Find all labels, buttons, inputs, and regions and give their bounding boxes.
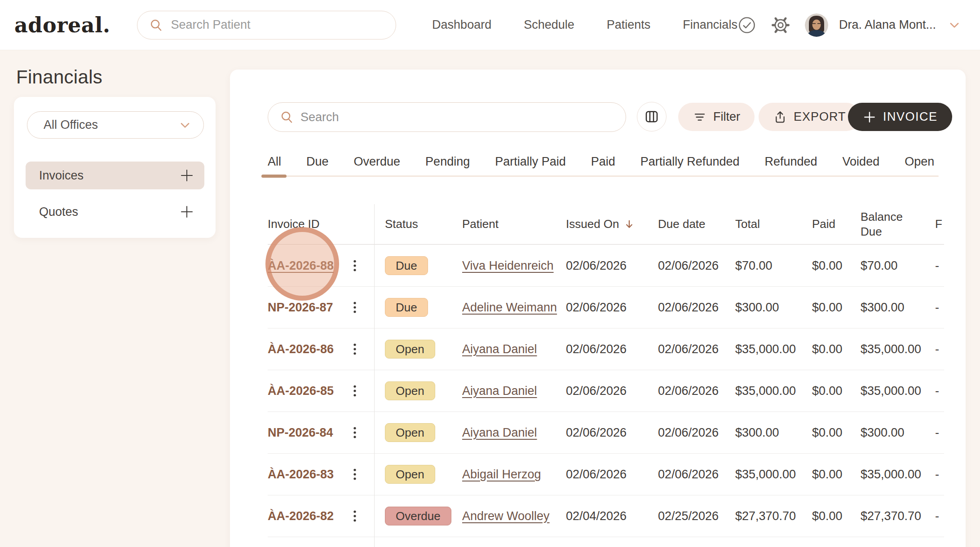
chevron-down-icon[interactable] [948, 18, 961, 32]
status-badge: Due [385, 298, 428, 317]
sort-desc-icon[interactable] [624, 219, 635, 230]
tab-open[interactable]: Open [905, 154, 934, 169]
tab-all[interactable]: All [268, 154, 281, 169]
sidebar-item-invoices[interactable]: Invoices [26, 162, 204, 189]
total-cell: $35,000.00 [735, 342, 812, 356]
kebab-icon [349, 467, 361, 482]
patient-link[interactable]: Viva Heidenreich [462, 259, 554, 272]
nav-item-financials[interactable]: Financials [683, 18, 737, 32]
total-cell: $300.00 [735, 301, 812, 315]
balance-due-cell: $70.00 [861, 259, 935, 273]
filter-icon [693, 110, 707, 124]
top-bar: adoreal. DashboardSchedulePatientsFinanc… [0, 0, 980, 50]
patient-link[interactable]: Aiyana Daniel [462, 426, 537, 439]
add-quote-button[interactable] [179, 204, 194, 219]
tab-partially-refunded[interactable]: Partially Refunded [640, 154, 740, 169]
patient-link[interactable]: Abigail Herzog [462, 468, 541, 481]
page-title: Financials [16, 66, 102, 88]
issued-on-cell: 02/06/2026 [566, 301, 658, 315]
col-header-balance-due[interactable]: Balance Due [861, 210, 935, 239]
table-row[interactable]: ÀA-2026-88 Due Viva Heidenreich 02/06/20… [268, 245, 944, 287]
table-row[interactable]: ÀA-2026-86 Open Aiyana Daniel 02/06/2026… [268, 328, 944, 370]
new-invoice-button[interactable]: INVOICE [848, 103, 952, 131]
invoice-id-link[interactable]: ÀA-2026-83 [268, 468, 334, 481]
tab-refunded[interactable]: Refunded [764, 154, 817, 169]
table-row[interactable]: ÀA-2026-85 Open Aiyana Daniel 02/06/2026… [268, 370, 944, 412]
col-header-issued-on-label: Issued On [566, 217, 619, 231]
col-header-patient[interactable]: Patient [462, 217, 566, 231]
office-select[interactable]: All Offices [27, 111, 204, 139]
row-menu-button[interactable] [346, 258, 364, 273]
columns-icon [644, 109, 660, 125]
row-menu-button[interactable] [346, 383, 364, 398]
col-header-invoice-id[interactable]: Invoice ID [268, 217, 346, 231]
settings-button[interactable] [771, 15, 790, 35]
col-header-due-date[interactable]: Due date [658, 217, 735, 231]
table-row[interactable]: NP-2026-84 Open Aiyana Daniel 02/06/2026… [268, 412, 944, 454]
columns-toggle-button[interactable] [637, 102, 667, 131]
row-menu-button[interactable] [346, 425, 364, 440]
status-badge: Open [385, 423, 435, 442]
invoice-id-link[interactable]: ÀA-2026-86 [268, 342, 334, 356]
row-menu-button[interactable] [346, 341, 364, 357]
table-row[interactable]: ÀA-2026-82 Overdue Andrew Woolley 02/04/… [268, 495, 944, 537]
issued-on-cell: 02/06/2026 [566, 384, 658, 398]
export-button[interactable]: EXPORT [759, 103, 861, 131]
nav-item-dashboard[interactable]: Dashboard [432, 18, 491, 32]
tab-due[interactable]: Due [306, 154, 329, 169]
tab-voided[interactable]: Voided [843, 154, 880, 169]
row-menu-button[interactable] [346, 300, 364, 315]
invoice-id-link[interactable]: ÀA-2026-82 [268, 509, 334, 523]
clipped-cell: - [935, 384, 944, 398]
invoice-id-link[interactable]: NP-2026-87 [268, 301, 333, 314]
status-badge: Overdue [385, 507, 451, 525]
invoice-id-link[interactable]: NP-2026-84 [268, 426, 333, 439]
tasks-check-button[interactable] [737, 16, 756, 35]
due-date-cell: 02/06/2026 [658, 301, 735, 315]
nav-item-patients[interactable]: Patients [607, 18, 651, 32]
add-invoice-button[interactable] [179, 168, 194, 183]
patient-search-box[interactable] [137, 11, 396, 39]
kebab-icon [349, 383, 361, 398]
tab-overdue[interactable]: Overdue [354, 154, 401, 169]
due-date-cell: 02/06/2026 [658, 259, 735, 273]
logo[interactable]: adoreal. [14, 13, 110, 37]
balance-due-cell: $35,000.00 [861, 342, 935, 356]
invoice-id-link[interactable]: ÀA-2026-85 [268, 384, 334, 398]
clipped-cell: - [935, 342, 944, 356]
tab-partially-paid[interactable]: Partially Paid [495, 154, 566, 169]
filter-button[interactable]: Filter [678, 103, 755, 131]
col-header-clipped[interactable]: F [935, 217, 944, 231]
paid-cell: $0.00 [812, 384, 861, 398]
status-badge: Open [385, 340, 435, 359]
table-header: Invoice ID Status Patient Issued On Due … [268, 204, 944, 245]
total-cell: $35,000.00 [735, 468, 812, 481]
row-menu-button[interactable] [346, 467, 364, 482]
avatar[interactable] [805, 13, 828, 37]
sidebar-item-quotes[interactable]: Quotes [26, 198, 204, 226]
clipped-cell: - [935, 426, 944, 440]
col-header-paid[interactable]: Paid [812, 217, 861, 231]
patient-link[interactable]: Aiyana Daniel [462, 342, 537, 356]
table-row[interactable]: ÀA-2026-83 Open Abigail Herzog 02/06/202… [268, 454, 944, 495]
paid-cell: $0.00 [812, 426, 861, 440]
invoice-search-box[interactable] [268, 102, 626, 132]
table-row[interactable]: NP-2026-87 Due Adeline Weimann 02/06/202… [268, 287, 944, 328]
patient-link[interactable]: Andrew Woolley [462, 509, 550, 523]
paid-cell: $0.00 [812, 301, 861, 315]
tab-paid[interactable]: Paid [591, 154, 615, 169]
user-menu-label[interactable]: Dra. Alana Mont... [839, 18, 936, 32]
row-menu-button[interactable] [346, 508, 364, 524]
invoice-search-input[interactable] [300, 110, 626, 124]
tab-pending[interactable]: Pending [425, 154, 470, 169]
kebab-icon [349, 300, 361, 315]
nav-item-schedule[interactable]: Schedule [524, 18, 574, 32]
col-header-status[interactable]: Status [374, 217, 462, 231]
col-header-issued-on[interactable]: Issued On [566, 217, 658, 231]
col-header-total[interactable]: Total [735, 217, 812, 231]
invoice-id-link[interactable]: ÀA-2026-88 [268, 259, 334, 272]
search-icon [280, 110, 294, 124]
patient-link[interactable]: Adeline Weimann [462, 301, 557, 314]
patient-search-input[interactable] [171, 18, 396, 32]
patient-link[interactable]: Aiyana Daniel [462, 384, 537, 398]
